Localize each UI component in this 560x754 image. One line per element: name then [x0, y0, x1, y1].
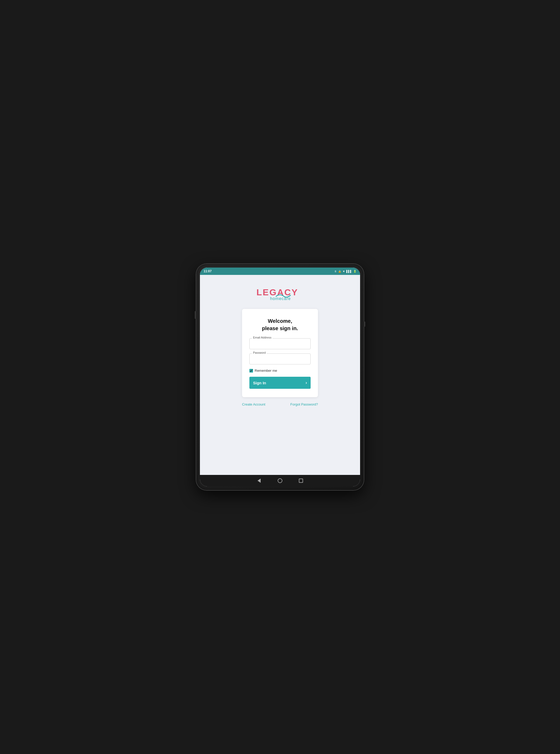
pause-icon: ⏸ — [334, 270, 337, 273]
email-label: Email Address — [252, 336, 273, 339]
remember-label: Remember me — [255, 369, 277, 372]
svg-text:homecare: homecare — [270, 296, 291, 301]
back-button[interactable] — [257, 478, 262, 483]
status-icons: ⏸ 🔒 ▼ ▌▌▌ 🔋 — [334, 270, 356, 273]
home-button[interactable] — [277, 478, 283, 483]
wifi-icon: ▼ — [342, 270, 345, 273]
bottom-nav-bar — [200, 475, 360, 486]
recent-button[interactable] — [298, 478, 303, 483]
chevron-right-icon: › — [306, 381, 307, 385]
status-bar: 11:07 ⏸ 🔒 ▼ ▌▌▌ 🔋 — [200, 268, 360, 275]
password-label: Password — [252, 351, 267, 354]
lock-icon: 🔒 — [338, 270, 341, 273]
sign-in-button[interactable]: Sign In › — [249, 377, 311, 389]
create-account-link[interactable]: Create Account — [242, 402, 265, 406]
password-group: Password — [249, 353, 311, 364]
forgot-password-link[interactable]: Forgot Password? — [291, 402, 318, 406]
card-title: Welcome, please sign in. — [249, 317, 311, 332]
remember-checkbox[interactable] — [249, 369, 253, 372]
email-group: Email Address — [249, 338, 311, 349]
signal-icon: ▌▌▌ — [346, 270, 352, 273]
password-input[interactable] — [249, 353, 311, 364]
logo-container: LEGACY homecare — [254, 285, 306, 301]
card-title-line1: Welcome, — [268, 318, 292, 324]
login-card: Welcome, please sign in. Email Address P… — [242, 309, 318, 397]
back-icon — [258, 479, 261, 483]
tablet-device: 11:07 ⏸ 🔒 ▼ ▌▌▌ 🔋 LEGACY homeca — [196, 264, 364, 490]
home-icon — [278, 478, 282, 483]
email-input[interactable] — [249, 338, 311, 349]
battery-icon: 🔋 — [353, 270, 356, 273]
card-title-line2: please sign in. — [262, 325, 298, 331]
logo-svg: LEGACY homecare — [254, 285, 306, 301]
sign-in-label: Sign In — [253, 381, 266, 385]
app-content: LEGACY homecare Welcome, please sign in.… — [200, 275, 360, 475]
recent-icon — [299, 479, 303, 483]
remember-row: Remember me — [249, 369, 311, 372]
links-row: Create Account Forgot Password? — [242, 402, 318, 406]
tablet-screen: 11:07 ⏸ 🔒 ▼ ▌▌▌ 🔋 LEGACY homeca — [200, 268, 360, 486]
status-time: 11:07 — [204, 269, 212, 273]
